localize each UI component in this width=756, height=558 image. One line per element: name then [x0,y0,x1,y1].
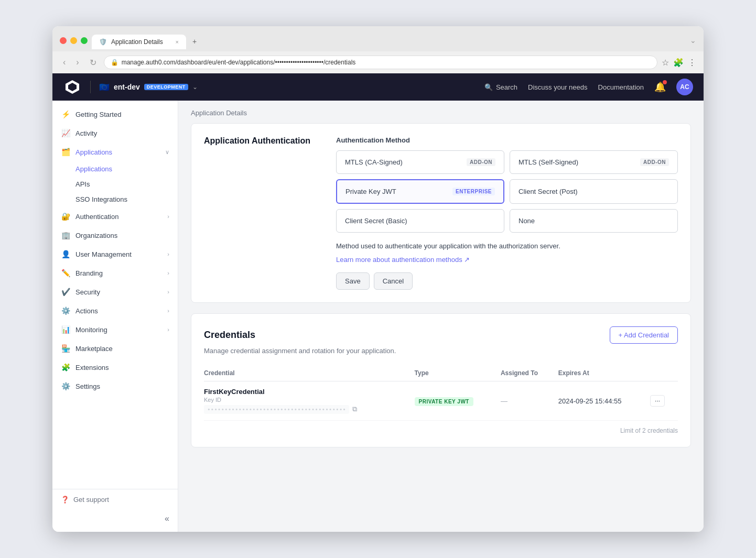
notification-dot [663,80,667,84]
org-icon: 🏢 [61,231,70,240]
auth-chevron-icon: › [167,213,169,220]
sidebar-sub-apis[interactable]: APIs [75,177,178,192]
active-tab[interactable]: 🛡️ Application Details × [92,35,186,49]
browser-toolbar: ‹ › ↻ 🔒 manage.auth0.com/dashboard/eu/en… [52,51,704,73]
col-type: Type [415,365,501,381]
more-icon[interactable]: ⋮ [688,58,696,68]
auth-icon: 🔐 [61,212,70,221]
header-actions: 🔍 Search Discuss your needs Documentatio… [484,79,693,95]
credential-more-button[interactable]: ··· [650,395,665,407]
sidebar-label-auth: Authentication [75,213,162,221]
sidebar-item-getting-started[interactable]: ⚡ Getting Started [52,105,178,124]
back-button[interactable]: ‹ [60,56,69,69]
sidebar-item-actions[interactable]: ⚙️ Actions › [52,301,178,320]
credential-type-badge: PRIVATE KEY JWT [415,397,473,406]
cancel-button[interactable]: Cancel [374,272,413,290]
new-tab-button[interactable]: + [187,34,202,49]
logo-icon [64,79,80,95]
credential-key-value-row: ••••••••••••••••••••••••••••••••••••••••… [204,405,408,414]
browser-dropdown[interactable]: ⌄ [690,36,696,45]
add-credential-button[interactable]: + Add Credential [610,326,678,344]
star-icon[interactable]: ☆ [662,58,669,68]
app-logo [63,78,82,96]
user-avatar[interactable]: AC [676,79,693,95]
credential-name: FirstKeyCredential [204,388,408,396]
minimize-dot[interactable] [70,37,77,44]
breadcrumb-text: Application Details [191,109,247,117]
reload-button[interactable]: ↻ [87,56,100,69]
toolbar-icons: ☆ 🧩 ⋮ [662,58,696,68]
sidebar-item-monitoring[interactable]: 📊 Monitoring › [52,320,178,339]
sidebar-item-branding[interactable]: ✏️ Branding › [52,264,178,282]
sidebar-label-marketplace: Marketplace [75,345,169,353]
col-assigned: Assigned To [501,365,558,381]
sidebar-item-security[interactable]: ✔️ Security › [52,282,178,301]
forward-button[interactable]: › [73,56,82,69]
sidebar-item-activity[interactable]: 📈 Activity [52,124,178,143]
sidebar-spacer [52,396,178,489]
search-icon: 🔍 [484,83,493,91]
auth-method-mtls-self[interactable]: MTLS (Self-Signed) ADD-ON [510,150,678,174]
credentials-card-body: Credentials + Add Credential Manage cred… [191,314,690,447]
sidebar-item-extensions[interactable]: 🧩 Extensions [52,358,178,377]
tab-title: Application Details [111,38,163,46]
close-dot[interactable] [60,37,67,44]
auth-section-title: Application Authentication [204,136,319,146]
sidebar-collapse-area: « [52,510,178,528]
collapse-button[interactable]: « [165,514,169,523]
credentials-footer: Limit of 2 credentials [204,421,678,434]
tenant-name: ent-dev [114,83,140,91]
auth-method-private-key-jwt[interactable]: Private Key JWT ENTERPRISE [336,179,504,204]
credential-key-value: •••••••••••••••••••••••••••••••••••••••• [204,405,349,414]
save-button[interactable]: Save [336,272,370,290]
monitoring-chevron-icon: › [167,326,169,333]
auth-method-client-secret-basic[interactable]: Client Secret (Basic) [336,209,504,233]
credentials-title: Credentials [204,330,255,341]
auth-method-client-secret-post[interactable]: Client Secret (Post) [510,179,678,204]
maximize-dot[interactable] [81,37,88,44]
sidebar-label-settings: Settings [75,382,169,390]
sidebar-item-applications[interactable]: 🗂️ Applications ∨ [52,143,178,161]
sidebar-item-user-management[interactable]: 👤 User Management › [52,245,178,264]
actions-icon: ⚙️ [61,306,70,315]
copy-key-button[interactable]: ⧉ [352,405,357,413]
main-content: Application Authentication Authenticatio… [178,123,704,471]
sidebar-item-marketplace[interactable]: 🏪 Marketplace [52,339,178,358]
credentials-table-header: Credential Type Assigned To Expires At [204,365,678,381]
extensions-icon[interactable]: 🧩 [673,58,684,68]
breadcrumb: Application Details [191,109,691,117]
get-support-button[interactable]: ❓ Get support [61,496,169,504]
sidebar-sub-applications[interactable]: Applications [75,161,178,177]
tab-close-button[interactable]: × [176,39,179,45]
sidebar-label-security: Security [75,288,162,296]
actions-chevron-icon: › [167,308,169,314]
auth-method-mtls-ca[interactable]: MTLS (CA-Signed) ADD-ON [336,150,504,174]
search-button[interactable]: 🔍 Search [484,83,517,91]
learn-more-link[interactable]: Learn more about authentication methods … [336,256,470,264]
browser-tabs: 🛡️ Application Details × + [92,34,202,49]
address-bar[interactable]: 🔒 manage.auth0.com/dashboard/eu/ent-dev/… [104,56,657,69]
auth-method-none[interactable]: None [510,209,678,233]
sidebar-item-authentication[interactable]: 🔐 Authentication › [52,207,178,226]
credential-assigned-value: — [501,397,507,405]
browser-window: 🛡️ Application Details × + ⌄ ‹ › ↻ 🔒 man… [52,26,704,532]
credentials-header: Credentials + Add Credential [204,326,678,344]
discuss-link[interactable]: Discuss your needs [528,83,587,91]
activity-icon: 📈 [61,128,70,138]
applications-submenu: Applications APIs SSO Integrations [52,161,178,207]
notifications-button[interactable]: 🔔 [654,81,666,93]
mtls-ca-badge: ADD-ON [467,158,495,166]
tenant-selector[interactable]: 🇪🇺 ent-dev DEVELOPMENT ⌄ [99,82,198,92]
sidebar-footer: ❓ Get support [52,489,178,510]
page-header: Application Details [178,101,704,123]
applications-chevron-icon: ∨ [165,149,169,156]
auth-actions: Save Cancel [336,272,678,290]
mtls-ca-label: MTLS (CA-Signed) [345,158,403,166]
credentials-description: Manage credential assignment and rotatio… [204,347,678,355]
sidebar-item-settings[interactable]: ⚙️ Settings [52,377,178,396]
sidebar-sub-sso[interactable]: SSO Integrations [75,192,178,207]
sidebar-item-organizations[interactable]: 🏢 Organizations [52,226,178,245]
docs-link[interactable]: Documentation [598,83,644,91]
browser-dots [60,37,88,44]
sidebar-label-extensions: Extensions [75,364,169,371]
